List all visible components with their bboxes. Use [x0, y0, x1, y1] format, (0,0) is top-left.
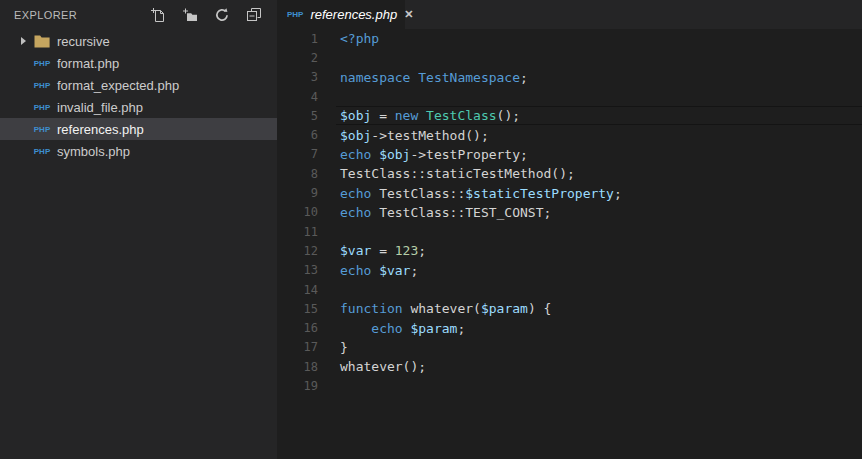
line-number: 7 — [277, 147, 318, 161]
line-number: 17 — [277, 340, 318, 354]
line-number: 10 — [277, 205, 318, 219]
close-tab-icon[interactable]: ✕ — [404, 8, 413, 21]
explorer-header: EXPLORER — [0, 0, 277, 29]
explorer-toolbar — [149, 6, 263, 24]
list-item-symbols-php[interactable]: PHPsymbols.php — [0, 140, 277, 162]
refresh-button[interactable] — [213, 6, 231, 24]
new-folder-icon — [182, 7, 198, 23]
code-text — [336, 48, 862, 67]
list-item-format_expected-php[interactable]: PHPformat_expected.php — [0, 74, 277, 96]
file-name: format.php — [57, 56, 119, 71]
code-text: <?php — [336, 29, 862, 48]
line-number: 4 — [277, 90, 318, 104]
php-file-icon: PHP — [33, 59, 51, 68]
php-file-icon: PHP — [33, 103, 51, 112]
code-line-15[interactable]: 15function whatever($param) { — [277, 299, 862, 318]
line-number: 2 — [277, 51, 318, 65]
code-text: echo $obj->testProperty; — [336, 145, 862, 164]
file-list: recursivePHPformat.phpPHPformat_expected… — [0, 30, 277, 162]
code-text: echo TestClass::TEST_CONST; — [336, 203, 862, 222]
code-line-12[interactable]: 12$var = 123; — [277, 241, 862, 260]
code-text — [336, 222, 862, 241]
code-text: echo $var; — [336, 261, 862, 280]
code-line-2[interactable]: 2 — [277, 48, 862, 67]
code-text: whatever(); — [336, 357, 862, 376]
tab-title: references.php — [310, 7, 397, 22]
line-number: 18 — [277, 360, 318, 374]
code-text: TestClass::staticTestMethod(); — [336, 164, 862, 183]
code-text: $obj->testMethod(); — [336, 125, 862, 144]
file-name: symbols.php — [57, 144, 130, 159]
code-area: 1<?php23namespace TestNamespace;45$obj =… — [277, 29, 862, 459]
line-number: 1 — [277, 32, 318, 46]
code-text — [336, 376, 862, 395]
line-number: 14 — [277, 283, 318, 297]
collapse-all-icon — [246, 7, 262, 23]
list-item-recursive[interactable]: recursive — [0, 30, 277, 52]
code-line-17[interactable]: 17} — [277, 338, 862, 357]
code-line-8[interactable]: 8TestClass::staticTestMethod(); — [277, 164, 862, 183]
code-line-16[interactable]: 16 echo $param; — [277, 318, 862, 337]
collapse-all-button[interactable] — [245, 6, 263, 24]
php-file-icon: PHP — [287, 10, 303, 19]
line-number: 6 — [277, 128, 318, 142]
file-name: references.php — [57, 122, 144, 137]
folder-icon — [33, 35, 51, 48]
code-text: echo TestClass::$staticTestProperty; — [336, 183, 862, 202]
code-line-5[interactable]: 5$obj = new TestClass(); — [277, 106, 862, 125]
chevron-right-icon[interactable] — [21, 37, 26, 45]
tab-bar: PHP references.php ✕ — [277, 0, 862, 29]
php-file-icon: PHP — [33, 147, 51, 156]
line-number: 5 — [277, 109, 318, 123]
refresh-icon — [214, 7, 230, 23]
list-item-format-php[interactable]: PHPformat.php — [0, 52, 277, 74]
code-line-3[interactable]: 3namespace TestNamespace; — [277, 68, 862, 87]
explorer-sidebar: EXPLORER — [0, 0, 277, 459]
code-text: namespace TestNamespace; — [336, 68, 862, 87]
file-name: format_expected.php — [57, 78, 179, 93]
list-item-invalid_file-php[interactable]: PHPinvalid_file.php — [0, 96, 277, 118]
tab-references-php[interactable]: PHP references.php ✕ — [277, 0, 405, 29]
code-line-4[interactable]: 4 — [277, 87, 862, 106]
code-line-10[interactable]: 10echo TestClass::TEST_CONST; — [277, 203, 862, 222]
line-number: 9 — [277, 186, 318, 200]
line-number: 8 — [277, 167, 318, 181]
line-number: 13 — [277, 263, 318, 277]
php-file-icon: PHP — [33, 125, 51, 134]
php-file-icon: PHP — [33, 81, 51, 90]
code-text: $var = 123; — [336, 241, 862, 260]
new-file-icon — [150, 7, 166, 23]
line-number: 15 — [277, 302, 318, 316]
code-line-6[interactable]: 6$obj->testMethod(); — [277, 125, 862, 144]
explorer-title: EXPLORER — [14, 9, 149, 21]
code-line-1[interactable]: 1<?php — [277, 29, 862, 48]
line-number: 11 — [277, 225, 318, 239]
code-text: function whatever($param) { — [336, 299, 862, 318]
code-line-19[interactable]: 19 — [277, 376, 862, 395]
code-text — [336, 280, 862, 299]
code-text: $obj = new TestClass(); — [336, 106, 862, 125]
new-file-button[interactable] — [149, 6, 167, 24]
code-line-7[interactable]: 7echo $obj->testProperty; — [277, 145, 862, 164]
editor-group: PHP references.php ✕ 1<?php23namespace T… — [277, 0, 862, 459]
code-line-9[interactable]: 9echo TestClass::$staticTestProperty; — [277, 183, 862, 202]
code-text: echo $param; — [336, 318, 862, 337]
code-line-14[interactable]: 14 — [277, 280, 862, 299]
code-text: } — [336, 338, 862, 357]
file-name: recursive — [57, 34, 110, 49]
code-line-11[interactable]: 11 — [277, 222, 862, 241]
code-line-18[interactable]: 18whatever(); — [277, 357, 862, 376]
file-name: invalid_file.php — [57, 100, 143, 115]
line-number: 12 — [277, 244, 318, 258]
line-number: 3 — [277, 70, 318, 84]
code-line-13[interactable]: 13echo $var; — [277, 261, 862, 280]
new-folder-button[interactable] — [181, 6, 199, 24]
code-text — [336, 87, 862, 106]
line-number: 16 — [277, 321, 318, 335]
list-item-references-php[interactable]: PHPreferences.php — [0, 118, 277, 140]
line-number: 19 — [277, 379, 318, 393]
